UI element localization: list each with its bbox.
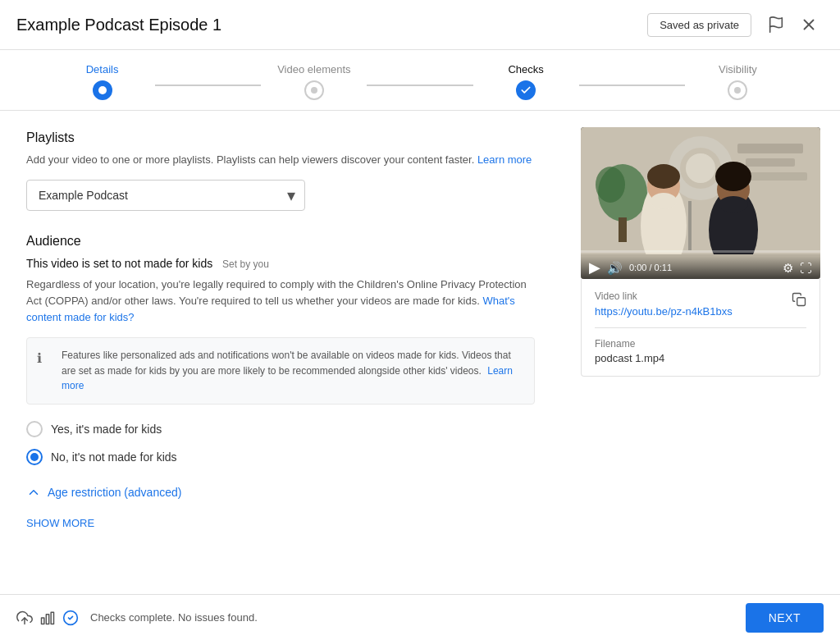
playlists-learn-more-link[interactable]: Learn more <box>477 153 532 166</box>
age-restriction-label: Age restriction (advanced) <box>48 486 181 499</box>
svg-point-15 <box>647 164 680 189</box>
step-video-elements[interactable]: Video elements <box>261 63 367 100</box>
video-settings-button[interactable]: ⚙ <box>783 262 793 274</box>
audience-description: Regardless of your location, you're lega… <box>26 277 535 326</box>
svg-rect-22 <box>797 298 806 306</box>
copy-link-button[interactable] <box>792 292 806 311</box>
playlists-title: Playlists <box>26 130 535 145</box>
playlist-select-wrapper: Example Podcast Create new playlist ▾ <box>26 180 305 211</box>
svg-rect-25 <box>46 614 48 624</box>
copy-icon <box>792 292 806 307</box>
video-info-divider <box>595 327 806 328</box>
audience-status: This video is set to not made for kids <box>26 257 212 270</box>
footer-icons <box>16 610 79 626</box>
footer: Checks complete. No issues found. NEXT <box>0 594 840 640</box>
step-details-label: Details <box>86 63 119 75</box>
video-controls: ▶ 🔊 0:00 / 0:11 ⚙ ⛶ <box>581 256 820 279</box>
svg-point-19 <box>715 162 751 191</box>
page-title: Example Podcast Episode 1 <box>16 16 647 34</box>
video-info-card: Video link https://youtu.be/pz-n4kB1bxs … <box>581 279 820 377</box>
audience-info-box: ℹ Features like personalized ads and not… <box>26 337 535 405</box>
radio-no-text: No, it's not made for kids <box>51 450 177 464</box>
radio-no-label[interactable]: No, it's not made for kids <box>26 449 535 465</box>
set-by-you: Set by you <box>222 258 269 270</box>
svg-point-11 <box>686 153 715 183</box>
svg-rect-9 <box>619 217 627 242</box>
video-fullscreen-button[interactable]: ⛶ <box>800 262 812 274</box>
video-container: ▶ 🔊 0:00 / 0:11 ⚙ ⛶ <box>581 127 820 279</box>
step-visibility-label: Visibility <box>719 63 757 75</box>
svg-point-14 <box>651 193 677 209</box>
info-icon: ℹ <box>37 349 42 369</box>
step-video-elements-circle <box>304 80 324 100</box>
radio-group: Yes, it's made for kids No, it's not mad… <box>26 421 535 465</box>
svg-rect-5 <box>746 158 795 167</box>
video-progress-bar[interactable] <box>581 250 820 253</box>
svg-point-8 <box>596 167 625 203</box>
filename-row: Filename podcast 1.mp4 <box>595 338 806 364</box>
video-link-row: Video link https://youtu.be/pz-n4kB1bxs <box>595 290 806 318</box>
video-link[interactable]: https://youtu.be/pz-n4kB1bxs <box>595 305 733 318</box>
playlists-description: Add your video to one or more playlists.… <box>26 152 535 168</box>
right-panel: ▶ 🔊 0:00 / 0:11 ⚙ ⛶ <box>561 111 840 603</box>
video-link-label: Video link <box>595 290 733 302</box>
audience-status-line: This video is set to not made for kids S… <box>26 257 535 270</box>
left-panel: Playlists Add your video to one or more … <box>0 111 561 603</box>
svg-point-18 <box>719 196 748 213</box>
upload-icon <box>16 610 33 626</box>
video-time: 0:00 / 0:11 <box>629 263 776 272</box>
radio-no-outer <box>26 449 43 465</box>
flag-icon <box>767 16 785 34</box>
step-details[interactable]: Details <box>49 63 155 100</box>
close-icon-button[interactable] <box>794 10 824 39</box>
radio-yes-outer <box>26 421 43 437</box>
radio-yes-text: Yes, it's made for kids <box>51 423 162 436</box>
step-checks-label: Checks <box>508 63 543 75</box>
playlist-select[interactable]: Example Podcast Create new playlist <box>26 180 305 211</box>
svg-rect-26 <box>51 612 53 624</box>
age-restriction-row[interactable]: Age restriction (advanced) <box>26 485 535 500</box>
bar-chart-icon <box>39 610 56 626</box>
step-checks-circle <box>516 80 536 100</box>
show-more-link[interactable]: SHOW MORE <box>26 517 94 529</box>
audience-section: Audience This video is set to not made f… <box>26 234 535 529</box>
saved-badge: Saved as private <box>647 13 751 37</box>
svg-rect-24 <box>42 618 44 624</box>
radio-yes-label[interactable]: Yes, it's made for kids <box>26 421 535 437</box>
video-play-button[interactable]: ▶ <box>589 260 600 275</box>
step-visibility-circle <box>728 80 747 100</box>
step-video-elements-label: Video elements <box>277 63 350 75</box>
check-circle-icon <box>62 610 79 626</box>
playlists-section: Playlists Add your video to one or more … <box>26 130 535 211</box>
next-button[interactable]: NEXT <box>746 603 824 633</box>
svg-rect-4 <box>737 144 803 153</box>
audience-title: Audience <box>26 234 535 249</box>
flag-icon-button[interactable] <box>761 10 791 39</box>
video-volume-button[interactable]: 🔊 <box>607 262 623 274</box>
step-checks[interactable]: Checks <box>473 63 579 100</box>
footer-status: Checks complete. No issues found. <box>90 611 746 624</box>
filename-value: podcast 1.mp4 <box>595 352 806 364</box>
chevron-up-icon <box>26 485 41 500</box>
svg-rect-20 <box>688 201 692 250</box>
filename-label: Filename <box>595 338 806 350</box>
close-icon <box>800 16 818 34</box>
step-details-circle <box>93 80 112 100</box>
video-thumbnail: ▶ 🔊 0:00 / 0:11 ⚙ ⛶ <box>581 127 820 279</box>
step-visibility[interactable]: Visibility <box>685 63 791 100</box>
